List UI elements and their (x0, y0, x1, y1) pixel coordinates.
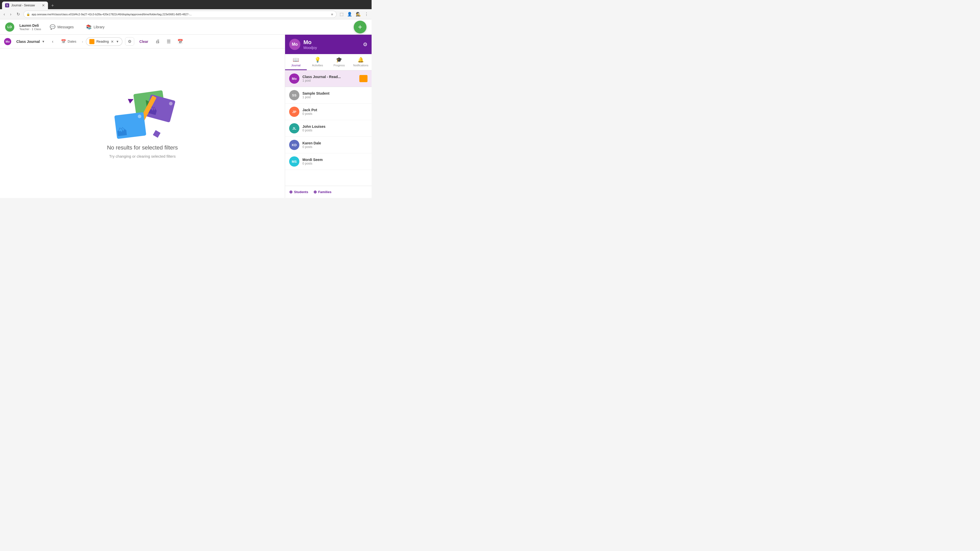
student-name: Karen Dale (302, 141, 368, 145)
student-name: Jack Pot (302, 108, 368, 112)
tab-journal[interactable]: 📖 Journal (285, 54, 307, 70)
active-tab[interactable]: S Journal - Seesaw ✕ (2, 2, 48, 9)
activities-tab-icon: 💡 (314, 57, 321, 63)
sidebar-username: Mo (304, 39, 363, 46)
class-journal-name: Class Journal - Read... (302, 75, 356, 79)
sidebar-settings-icon[interactable]: ⚙ (363, 41, 368, 48)
activities-tab-label: Activities (312, 64, 323, 67)
top-nav: LD Lauren Deli Teacher · 1 Class 💬 Messa… (0, 19, 372, 35)
class-folder-icon (360, 75, 368, 82)
journal-tab-icon: 📖 (293, 57, 299, 63)
user-name: Lauren Deli (19, 24, 41, 27)
progress-tab-label: Progress (334, 64, 345, 67)
notifications-tab-label: Notifications (353, 64, 369, 67)
list-item[interactable]: JP Jack Pot 0 posts (285, 103, 372, 120)
student-info: Jack Pot 0 posts (302, 108, 368, 116)
sidebar-user-avatar: Mo (289, 39, 301, 50)
families-footer-button[interactable]: ⊕ Families (313, 189, 331, 194)
journal-tab-label: Journal (291, 64, 301, 67)
notifications-tab-icon: 🔔 (358, 57, 364, 63)
tab-favicon: S (5, 3, 9, 7)
browser-actions: ⬚ 👤 🕵 ⋮ (339, 11, 369, 17)
sidebar-header: Mo Mo Moodjoy ⚙ (285, 35, 372, 54)
list-item[interactable]: SS Sample Student 1 post (285, 87, 372, 103)
class-journal-posts: 1 post (302, 79, 356, 83)
user-avatar: LD (5, 22, 14, 32)
new-tab-button[interactable]: + (49, 2, 56, 9)
reading-filter-tag[interactable]: Reading ✕ ▼ (86, 37, 123, 46)
sidebar-tabs: 📖 Journal 💡 Activities 🎓 Progress 🔔 Noti… (285, 54, 372, 70)
address-bar[interactable]: 🔒 app.seesaw.me/#/class/class.e01bf4c2-9… (24, 11, 337, 18)
filter-chevron-icon: ▼ (116, 40, 119, 43)
student-name: Mordi Seem (302, 158, 368, 162)
profile-button[interactable]: 👤 (346, 11, 353, 17)
students-footer-button[interactable]: ⊕ Students (289, 189, 308, 194)
messages-icon: 💬 (50, 24, 56, 30)
sidebar-footer: ⊕ Students ⊕ Families (285, 186, 372, 198)
class-journal-label: Class Journal (16, 40, 40, 44)
folder-icon (89, 39, 94, 44)
user-role: Teacher · 1 Class (19, 27, 41, 30)
add-button[interactable]: + (354, 21, 366, 33)
app-container: LD Lauren Deli Teacher · 1 Class 💬 Messa… (0, 19, 372, 198)
student-info: Sample Student 1 post (302, 91, 368, 99)
reload-button[interactable]: ↻ (15, 11, 21, 17)
filter-settings-button[interactable]: ⚙ (125, 37, 134, 46)
browser-tab-bar: S Journal - Seesaw ✕ + (0, 0, 372, 9)
dates-arrow-icon: › (82, 40, 83, 44)
student-name: Sample Student (302, 91, 368, 95)
journal-back-button[interactable]: ‹ (50, 38, 56, 45)
dates-label: Dates (68, 40, 76, 43)
list-item[interactable]: JL John Louises 0 posts (285, 120, 372, 137)
forward-button[interactable]: › (8, 11, 13, 17)
address-bar-row: ‹ › ↻ 🔒 app.seesaw.me/#/class/class.e01b… (0, 9, 372, 19)
print-button[interactable]: 🖨 (153, 37, 162, 46)
blue-card: 🏔 (115, 112, 146, 139)
main-content: Mo Class Journal ▼ ‹ 📅 Dates › Reading ✕… (0, 35, 372, 198)
student-info: Mordi Seem 0 posts (302, 158, 368, 165)
class-journal-avatar: Mo (4, 38, 11, 45)
class-journal-info: Class Journal - Read... 1 post (302, 75, 356, 83)
messages-nav-item[interactable]: 💬 Messages (46, 22, 77, 32)
tab-notifications[interactable]: 🔔 Notifications (350, 54, 372, 70)
incognito-button[interactable]: 🕵 (355, 11, 362, 17)
student-avatar: KD (289, 140, 299, 150)
student-posts: 0 posts (302, 145, 368, 149)
back-button[interactable]: ‹ (2, 11, 6, 17)
student-info: John Louises 0 posts (302, 124, 368, 132)
student-avatar: JL (289, 123, 299, 133)
address-text: app.seesaw.me/#/class/class.e01bf4c2-9a2… (32, 13, 329, 16)
tab-activities[interactable]: 💡 Activities (307, 54, 328, 70)
calendar-view-button[interactable]: 📅 (175, 37, 185, 46)
menu-button[interactable]: ⋮ (363, 11, 369, 17)
journal-toolbar: Mo Class Journal ▼ ‹ 📅 Dates › Reading ✕… (0, 35, 285, 48)
list-view-button[interactable]: ☰ (165, 37, 173, 46)
library-nav-item[interactable]: 📚 Library (83, 22, 108, 32)
tab-title: Journal - Seesaw (11, 3, 40, 7)
student-info: Karen Dale 0 posts (302, 141, 368, 149)
students-footer-label: Students (294, 190, 308, 194)
families-footer-label: Families (318, 190, 331, 194)
library-label: Library (94, 25, 105, 29)
plus-families-icon: ⊕ (313, 189, 317, 194)
dates-button[interactable]: 📅 Dates (58, 38, 80, 45)
user-info: Lauren Deli Teacher · 1 Class (19, 24, 41, 30)
empty-state-title: No results for selected filters (107, 144, 178, 151)
plus-students-icon: ⊕ (289, 189, 293, 194)
messages-label: Messages (57, 25, 74, 29)
extensions-button[interactable]: ⬚ (339, 11, 345, 17)
student-avatar: JP (289, 106, 299, 117)
list-item[interactable]: MS Mordi Seem 0 posts (285, 153, 372, 170)
tab-close-button[interactable]: ✕ (42, 3, 45, 7)
empty-illustration: ▶ 🏔 🏔 (107, 88, 178, 144)
class-journal-button[interactable]: Class Journal ▼ (14, 38, 48, 45)
small-purple-square (153, 130, 161, 138)
list-item[interactable]: KD Karen Dale 0 posts (285, 137, 372, 153)
sidebar-class-item[interactable]: Mo Class Journal - Read... 1 post (285, 70, 372, 87)
tab-progress[interactable]: 🎓 Progress (328, 54, 350, 70)
empty-state-subtitle: Try changing or clearing selected filter… (109, 154, 176, 159)
student-posts: 0 posts (302, 162, 368, 165)
progress-tab-icon: 🎓 (336, 57, 342, 63)
clear-button[interactable]: Clear (137, 38, 151, 45)
filter-remove-button[interactable]: ✕ (111, 40, 114, 44)
